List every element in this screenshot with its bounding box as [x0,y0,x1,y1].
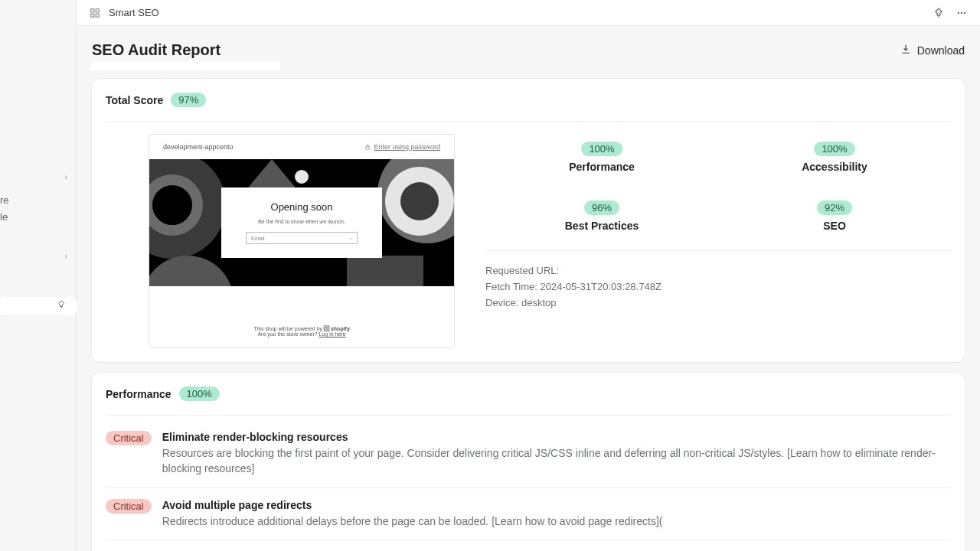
score-category: SEO [718,220,951,232]
sidebar-pinned-row[interactable] [0,297,77,315]
summary-card: Total Score 97% development-appcento Ent… [92,79,965,362]
more-icon[interactable] [956,7,968,19]
performance-label: Performance [106,388,172,400]
score-item: 100%Accessibility [718,142,951,173]
page-title: SEO Audit Report [92,41,220,59]
audit-title: Avoid multiple page redirects [162,499,663,511]
score-item: 92%SEO [718,201,951,232]
sidebar-item-2[interactable]: le [0,211,77,223]
pin-icon[interactable] [933,7,945,19]
svg-rect-7 [366,147,370,149]
svg-point-5 [961,11,962,13]
page: SEO Audit Report Download Total Score 97… [77,26,980,551]
performance-badge: 100% [179,386,220,401]
device-value: desktop [521,297,557,308]
severity-badge: Critical [106,431,152,445]
meta-lines: Requested URL: Fetch Time: 2024-05-31T20… [485,263,951,311]
sidebar-item-label: le [0,211,8,223]
thumb-site-name: development-appcento [163,143,234,151]
audit-desc: Resources are blocking the first paint o… [162,445,951,477]
svg-rect-2 [91,14,94,17]
performance-card: Performance 100% CriticalEliminate rende… [92,373,965,551]
thumb-footer: This shop will be powered by 🅂 shopify A… [149,315,454,347]
svg-rect-0 [91,8,94,11]
topbar: Smart SEO [77,0,980,26]
svg-rect-3 [96,14,99,17]
score-item: 100%Performance [485,142,718,173]
score-category: Best Practices [485,220,718,232]
audit-row: CriticalEliminate render-blocking resour… [106,420,951,487]
scores-block: 100%Performance100%Accessibility96%Best … [485,134,951,348]
thumb-modal: Opening soon Be the first to know when w… [221,187,382,258]
device-label: Device: [485,297,518,308]
total-score-badge: 97% [171,93,206,107]
severity-badge: Critical [106,499,152,514]
download-button[interactable]: Download [900,44,965,57]
svg-rect-1 [96,8,99,11]
total-score-label: Total Score [106,94,163,106]
download-label: Download [917,44,965,57]
performance-header: Performance 100% [106,386,951,416]
thumb-heading: Opening soon [232,201,371,213]
page-header: SEO Audit Report Download [92,41,965,59]
pin-icon [57,300,66,311]
score-value: 96% [584,201,619,215]
thumb-enter-password: Enter using password [364,143,440,151]
sidebar: › re le › [0,0,77,551]
audit-row: CriticalAvoid multiple page redirectsRed… [106,487,951,540]
thumb-subtext: Be the first to know when we launch. [232,219,371,224]
summary-header: Total Score 97% [106,93,951,122]
score-value: 100% [581,142,622,156]
download-icon [900,44,911,57]
chevron-right-icon: › [65,252,67,260]
requested-url-label: Requested URL: [485,265,559,276]
fetch-time-value: 2024-05-31T20:03:28.748Z [541,281,662,292]
app-name: Smart SEO [109,7,159,18]
site-thumbnail: development-appcento Enter using passwor… [149,134,455,348]
fetch-time-label: Fetch Time: [485,281,537,292]
app-icon [89,7,101,19]
score-category: Performance [485,161,718,173]
svg-point-6 [964,11,965,13]
svg-point-4 [958,11,959,13]
score-category: Accessibility [718,161,951,173]
audit-desc: Redirects introduce additional delays be… [162,514,663,529]
score-value: 92% [817,201,852,215]
score-value: 100% [814,142,854,156]
thumb-input: Email → [246,232,358,244]
sidebar-item-label: re [0,194,9,206]
score-item: 96%Best Practices [485,201,718,232]
audit-title: Eliminate render-blocking resources [162,431,951,443]
audit-row: WarningAvoid serving legacy JavaScript t… [106,540,951,551]
chevron-right-icon: › [65,173,67,181]
sidebar-item-1[interactable]: re [0,194,77,206]
